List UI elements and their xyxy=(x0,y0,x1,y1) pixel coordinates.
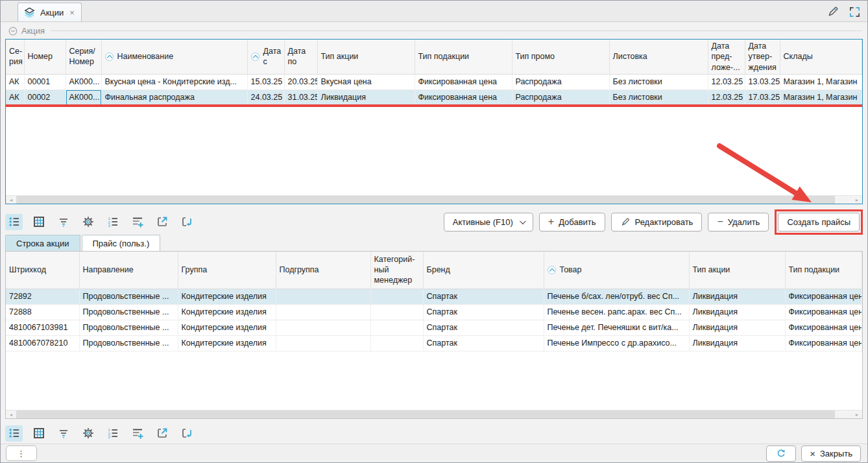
scroll-right-icon[interactable]: ► xyxy=(852,410,862,419)
numbered-list-icon[interactable]: 1 2 3 xyxy=(104,425,121,442)
tab-stroka-akcii[interactable]: Строка акции xyxy=(5,235,80,251)
table-cell[interactable]: Фиксированная цена xyxy=(785,335,862,351)
collapse-icon[interactable] xyxy=(8,27,18,36)
table-cell[interactable]: Кондитерские изделия xyxy=(178,304,276,320)
scroll-left-icon[interactable]: ◄ xyxy=(6,196,16,204)
delete-button[interactable]: − Удалить xyxy=(708,213,769,232)
table-row[interactable]: 4810067103981Продовольственные ...Кондит… xyxy=(6,320,862,335)
filter-icon[interactable] xyxy=(54,425,72,442)
table-cell[interactable]: Спартак xyxy=(423,335,544,351)
scroll-right-icon[interactable]: ► xyxy=(852,196,862,204)
column-header[interactable]: Бренд xyxy=(423,252,544,289)
table-cell[interactable]: 00002 xyxy=(24,89,66,105)
filter-dropdown[interactable]: Активные (F10) xyxy=(444,213,533,232)
table-cell[interactable]: Спартак xyxy=(423,289,544,304)
table-cell[interactable]: 20.03.25 xyxy=(284,74,317,89)
table-cell[interactable] xyxy=(276,320,370,335)
table-cell[interactable]: Без листовки xyxy=(609,74,708,89)
column-header[interactable]: Направление xyxy=(79,252,178,289)
list-view-icon[interactable] xyxy=(5,214,23,230)
add-button[interactable]: + Добавить xyxy=(539,213,605,232)
table-cell[interactable]: 31.03.25 xyxy=(284,89,317,105)
table-cell[interactable]: Спартак xyxy=(423,320,544,335)
table-cell[interactable]: Ликвидация xyxy=(689,320,785,335)
scroll-left-icon[interactable]: ◄ xyxy=(6,410,16,419)
column-header[interactable]: Группа xyxy=(178,252,276,289)
table-cell[interactable] xyxy=(370,304,423,320)
column-header[interactable]: Се- рия xyxy=(6,40,24,74)
column-header[interactable]: Товар xyxy=(544,252,689,289)
table-cell[interactable]: Фиксированная цена xyxy=(785,320,862,335)
table-cell[interactable]: Вкусная цена - Кондитерские изд... xyxy=(101,74,247,89)
add-line-icon[interactable] xyxy=(128,425,146,442)
table-cell[interactable] xyxy=(370,335,423,351)
table-cell[interactable]: Печенье дет. Печеняшки с вит/ка... xyxy=(544,320,689,335)
edit-button[interactable]: Редактировать xyxy=(611,213,703,232)
fullscreen-icon[interactable] xyxy=(849,6,861,18)
table-row[interactable]: 4810067078210Продовольственные ...Кондит… xyxy=(6,335,862,351)
column-header[interactable]: Дата по xyxy=(284,40,317,74)
table-cell[interactable]: 4810067103981 xyxy=(6,320,79,335)
table-cell[interactable]: АК000... xyxy=(66,74,101,89)
table-cell[interactable]: 72888 xyxy=(6,304,79,320)
table-cell[interactable] xyxy=(276,335,370,351)
table-row[interactable]: 72892Продовольственные ...Кондитерские и… xyxy=(6,289,862,304)
reload-icon[interactable] xyxy=(178,425,195,442)
grid-view-icon[interactable] xyxy=(30,425,47,442)
lines-h-scrollbar[interactable]: ◄ ► xyxy=(6,410,862,418)
table-cell[interactable]: 13.03.25 xyxy=(745,74,780,89)
table-cell[interactable]: Продовольственные ... xyxy=(79,289,178,304)
table-cell[interactable]: 17.03.25 xyxy=(745,89,780,105)
column-header[interactable]: Категорий- ный менеджер xyxy=(370,252,423,289)
table-cell[interactable] xyxy=(276,304,370,320)
column-header[interactable]: Тип подакции xyxy=(785,252,862,289)
table-cell[interactable]: Кондитерские изделия xyxy=(178,320,276,335)
settings-gear-icon[interactable] xyxy=(79,425,97,442)
table-cell[interactable]: Печенье б/сах. лен/отруб. вес Сп... xyxy=(544,289,689,304)
column-header[interactable]: Склады xyxy=(780,40,862,74)
table-cell[interactable]: Фиксированная цена xyxy=(785,304,862,320)
table-cell[interactable]: 72892 xyxy=(6,289,79,304)
table-cell[interactable]: Ликвидация xyxy=(689,289,785,304)
table-cell[interactable]: Фиксированная цена xyxy=(415,74,512,89)
scrollbar-thumb[interactable] xyxy=(16,410,835,419)
column-header[interactable]: Штрихкод xyxy=(6,252,79,289)
table-cell[interactable]: Магазин 1, Магазин xyxy=(780,89,862,105)
table-cell[interactable]: 15.03.25 xyxy=(247,74,284,89)
table-cell[interactable]: Ликвидация xyxy=(689,304,785,320)
column-header[interactable]: Тип акции xyxy=(317,40,415,74)
column-header[interactable]: Дата пред- ложе-... xyxy=(708,40,745,74)
table-cell[interactable]: Магазин 1, Магазин xyxy=(780,74,862,89)
column-header[interactable]: Дата с xyxy=(247,40,284,74)
table-row[interactable]: АК00002АК000...Финальная распродажа24.03… xyxy=(6,89,862,105)
filter-icon[interactable] xyxy=(54,214,72,230)
column-header[interactable]: Тип акции xyxy=(689,252,785,289)
list-view-icon[interactable] xyxy=(5,425,23,442)
table-cell[interactable]: Фиксированная цена xyxy=(415,89,512,105)
column-header[interactable]: Серия/ Номер xyxy=(66,40,101,74)
tab-prajs-polz[interactable]: Прайс (польз.) xyxy=(82,235,161,251)
table-cell[interactable] xyxy=(370,289,423,304)
table-cell[interactable]: АК000... xyxy=(66,89,101,105)
table-cell[interactable]: Спартак xyxy=(423,304,544,320)
table-row[interactable]: 72888Продовольственные ...Кондитерские и… xyxy=(6,304,862,320)
column-header[interactable]: Наименование xyxy=(101,40,247,74)
table-cell[interactable]: Без листовки xyxy=(609,89,708,105)
column-header[interactable]: Подгруппа xyxy=(276,252,370,289)
table-cell[interactable]: Печенье весен. рапс.арах. вес Сп... xyxy=(544,304,689,320)
table-cell[interactable]: Печенье Импрессо с др.арахисо... xyxy=(544,335,689,351)
promotions-h-scrollbar[interactable]: ◄ ► xyxy=(6,195,862,204)
table-cell[interactable]: Ликвидация xyxy=(689,335,785,351)
table-cell[interactable]: Вкусная цена xyxy=(317,74,415,89)
table-cell[interactable]: Финальная распродажа xyxy=(101,89,247,105)
close-button[interactable]: × Закрыть xyxy=(801,445,861,462)
table-cell[interactable]: Ликвидация xyxy=(317,89,415,105)
open-external-icon[interactable] xyxy=(153,425,171,442)
table-cell[interactable]: 24.03.25 xyxy=(247,89,284,105)
column-header[interactable]: Номер xyxy=(24,40,66,74)
reload-icon[interactable] xyxy=(178,214,195,230)
column-header[interactable]: Тип подакции xyxy=(415,40,512,74)
table-row[interactable]: АК00001АК000...Вкусная цена - Кондитерск… xyxy=(6,74,862,89)
kebab-menu-button[interactable]: ⋮ xyxy=(6,445,37,461)
table-cell[interactable]: 4810067078210 xyxy=(6,335,79,351)
